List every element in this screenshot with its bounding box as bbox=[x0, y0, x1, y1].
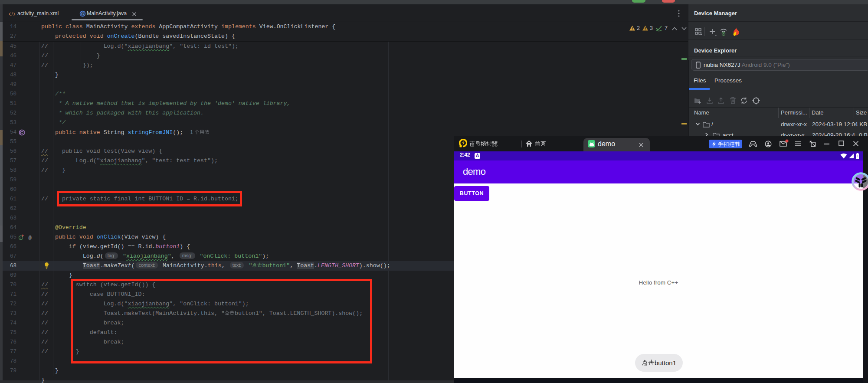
svg-text:@: @ bbox=[28, 235, 31, 241]
svg-text:I: I bbox=[20, 236, 21, 240]
